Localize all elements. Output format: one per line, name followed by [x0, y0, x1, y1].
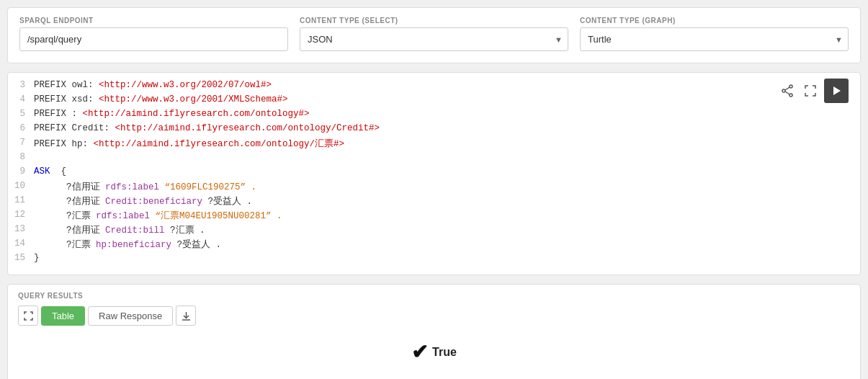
svg-line-4: [785, 92, 789, 94]
svg-point-2: [782, 89, 785, 92]
line-number: 10: [8, 181, 34, 191]
line-content: PREFIX : <http://aimind.iflyresearch.com…: [34, 109, 860, 119]
run-icon: [831, 86, 841, 96]
line-number: 13: [8, 224, 34, 234]
tab-table-button[interactable]: Table: [41, 306, 85, 326]
code-line: 4PREFIX xsd: <http://www.w3.org/2001/XML…: [8, 94, 860, 109]
line-number: 14: [8, 238, 34, 249]
line-number: 4: [8, 94, 34, 104]
endpoint-input[interactable]: [19, 27, 288, 51]
fullscreen-icon: [804, 84, 817, 97]
results-header: QUERY RESULTS: [18, 292, 850, 300]
code-line: 12 ?汇票 rdfs:label “汇票M04EU1905NU00281” .: [8, 210, 860, 224]
code-line: 7PREFIX hp: <http://aimind.iflyresearch.…: [8, 138, 860, 152]
svg-line-3: [785, 87, 789, 90]
line-number: 15: [8, 253, 34, 263]
line-content: ?汇票 hp:beneficiary ?受益人 .: [34, 238, 860, 251]
line-content: }: [34, 253, 860, 263]
line-content: ?汇票 rdfs:label “汇票M04EU1905NU00281” .: [34, 210, 860, 222]
code-line: 14 ?汇票 hp:beneficiary ?受益人 .: [8, 238, 860, 253]
line-number: 3: [8, 80, 34, 90]
content-type-select-label: CONTENT TYPE (SELECT): [300, 17, 568, 24]
svg-point-1: [789, 94, 792, 97]
code-line: 9ASK {: [8, 166, 860, 181]
content-type-graph-dropdown[interactable]: Turtle RDF/XML N-Triples JSON-LD: [580, 27, 849, 51]
code-line: 13 ?信用证 Credit:bill ?汇票 .: [8, 224, 860, 238]
tab-raw-button[interactable]: Raw Response: [88, 306, 173, 326]
true-label: True: [432, 346, 457, 359]
line-number: 8: [8, 152, 34, 162]
code-line: 5PREFIX : <http://aimind.iflyresearch.co…: [8, 109, 860, 123]
line-content: PREFIX Credit: <http://aimind.iflyresear…: [34, 123, 860, 133]
content-type-graph-label: CONTENT TYPE (GRAPH): [580, 17, 849, 24]
run-button[interactable]: [824, 79, 849, 103]
line-number: 5: [8, 109, 34, 119]
share-button[interactable]: [778, 83, 797, 99]
check-icon: ✔: [411, 340, 428, 364]
results-content: ✔ True: [18, 334, 850, 370]
line-number: 7: [8, 138, 34, 148]
line-number: 12: [8, 210, 34, 220]
share-icon: [781, 84, 794, 97]
line-content: PREFIX owl: <http://www.w3.org/2002/07/o…: [34, 80, 860, 90]
code-line: 8: [8, 152, 860, 166]
download-button[interactable]: [176, 306, 196, 326]
endpoint-label: SPARQL ENDPOINT: [19, 17, 288, 24]
fullscreen-button[interactable]: [801, 83, 820, 99]
results-expand-button[interactable]: [18, 306, 38, 326]
code-line: 10 ?信用证 rdfs:label “1609FLC190275” .: [8, 181, 860, 195]
code-line: 6PREFIX Credit: <http://aimind.iflyresea…: [8, 123, 860, 138]
code-editor[interactable]: 3PREFIX owl: <http://www.w3.org/2002/07/…: [8, 73, 860, 275]
line-number: 9: [8, 166, 34, 177]
line-content: ASK {: [34, 166, 860, 177]
line-content: ?信用证 Credit:bill ?汇票 .: [34, 224, 860, 236]
line-content: ?信用证 Credit:beneficiary ?受益人 .: [34, 195, 860, 208]
content-type-select-dropdown[interactable]: JSON XML CSV TSV: [300, 27, 568, 51]
line-number: 11: [8, 195, 34, 205]
svg-point-0: [789, 85, 792, 88]
line-content: PREFIX hp: <http://aimind.iflyresearch.c…: [34, 138, 860, 150]
line-content: PREFIX xsd: <http://www.w3.org/2001/XMLS…: [34, 94, 860, 104]
svg-marker-5: [833, 86, 841, 95]
download-icon: [182, 311, 191, 321]
line-content: ?信用证 rdfs:label “1609FLC190275” .: [34, 181, 860, 193]
expand-icon: [24, 311, 33, 321]
code-line: 15}: [8, 253, 860, 267]
code-line: 11 ?信用证 Credit:beneficiary ?受益人 .: [8, 195, 860, 210]
code-line: 3PREFIX owl: <http://www.w3.org/2002/07/…: [8, 80, 860, 94]
line-number: 6: [8, 123, 34, 133]
